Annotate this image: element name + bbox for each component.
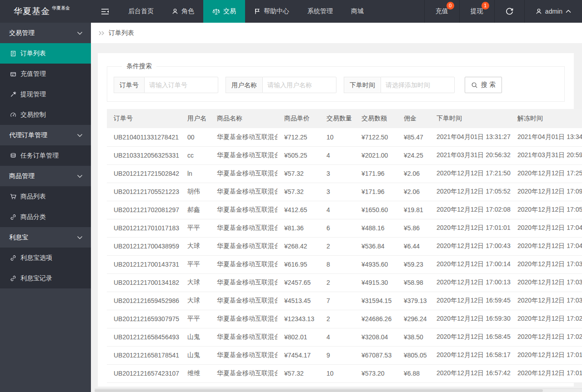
sidebar-item-interest-records[interactable]: 利息宝记录 [0, 268, 91, 288]
table-cell: 大球 [181, 273, 210, 292]
recharge-card-icon [10, 71, 16, 77]
table-cell: 华夏基金移动互联混合 [210, 310, 277, 328]
table-cell: 2 [320, 310, 355, 328]
person-icon [536, 8, 542, 15]
table-cell: ¥488.16 [355, 219, 397, 237]
table-row: UB2012121700143731平平华夏基金移动互联混合¥616.958¥4… [107, 255, 582, 273]
username-input[interactable] [262, 77, 336, 93]
table-cell: ¥5.86 [397, 219, 430, 237]
table-cell: ¥31594.15 [355, 292, 397, 310]
sidebar-group-product-management[interactable]: 商品管理 [0, 166, 91, 186]
user-menu[interactable]: admin [524, 0, 582, 23]
table-row: UB2012121658456493山鬼华夏基金移动互联混合¥802.014¥3… [107, 328, 582, 346]
table-cell: 2020年12月12日 16:58:45 [430, 328, 511, 346]
table-cell: ¥505.25 [277, 146, 320, 164]
table-cell: UB2012121701017183 [107, 219, 181, 237]
table-cell: ¥58.98 [397, 273, 430, 292]
table-cell: 华夏基金移动互联混合 [210, 183, 277, 201]
table-cell: ¥802.01 [277, 328, 320, 346]
table-cell: 4 [320, 146, 355, 164]
table-cell: 华夏基金移动互联混合 [210, 201, 277, 219]
table-cell: ¥4935.60 [355, 255, 397, 273]
sidebar-item-task-orders[interactable]: 任务订单管理 [0, 145, 91, 166]
table-cell: 2020年12月12日 16:59:30 [430, 310, 511, 328]
nav-item-dashboard[interactable]: 后台首页 [119, 0, 163, 23]
table-cell: ¥171.96 [355, 164, 397, 183]
nav-item-mall[interactable]: 商城 [342, 0, 373, 23]
sidebar-group-agent-orders[interactable]: 代理订单管理 [0, 125, 91, 145]
table-cell: ¥379.13 [397, 292, 430, 310]
table-cell: ¥4513.45 [277, 292, 320, 310]
table-cell: 3 [320, 164, 355, 183]
table-cell: 华夏基金移动互联混合 [210, 328, 277, 346]
table-cell: ¥7122.50 [355, 128, 397, 146]
column-header: 订单号 [107, 109, 181, 128]
nav-item-roles[interactable]: 角色 [163, 0, 203, 23]
nav-item-trade[interactable]: 交易 [203, 0, 245, 23]
column-header: 商品名称 [210, 109, 277, 128]
withdraw-button[interactable]: 提现 1 [459, 0, 494, 23]
table-cell: ¥2457.65 [277, 273, 320, 292]
table-cell: UB2104011331278421 [107, 128, 181, 146]
sidebar-item-product-list[interactable]: 商品列表 [0, 186, 91, 207]
table-cell: ¥2021.00 [355, 146, 397, 164]
order-time-input[interactable] [381, 77, 455, 93]
table-cell: 7 [320, 292, 355, 310]
order-no-input[interactable] [144, 77, 218, 93]
nav-item-help-center[interactable]: 帮助中心 [245, 0, 298, 23]
table-cell: UB2103312056325331 [107, 146, 181, 164]
table-row: UB2012121702081297郝鑫华夏基金移动互联混合¥412.654¥1… [107, 201, 582, 219]
table-row: UB2012121659307975平平华夏基金移动互联混合¥12343.132… [107, 310, 582, 328]
sidebar-item-trade-control[interactable]: 交易控制 [0, 104, 91, 125]
table-cell: ln [181, 164, 210, 183]
recharge-button[interactable]: 充值 0 [424, 0, 459, 23]
table-cell: 2020年12月12日 17:03:03 [511, 292, 582, 310]
refresh-icon [506, 8, 513, 15]
table-cell: ¥81.36 [277, 219, 320, 237]
sidebar-item-recharge-management[interactable]: 充值管理 [0, 64, 91, 84]
table-cell: ¥59.23 [397, 255, 430, 273]
sidebar-item-order-list[interactable]: 订单列表 [0, 43, 91, 64]
refresh-button[interactable] [494, 0, 524, 23]
search-button[interactable]: 搜 索 [465, 77, 502, 93]
table-cell: UB2012121702081297 [107, 201, 181, 219]
table-row: UB2012121657423107维维华夏基金移动互联混合¥57.3210¥5… [107, 364, 582, 382]
sidebar-group-trade-management[interactable]: 交易管理 [0, 23, 91, 43]
username-field: 用户名称 [226, 77, 336, 93]
table-header-row: 订单号 用户名 商品名称 商品单价 交易数量 交易数额 佣金 下单时间 解冻时间 [107, 109, 582, 128]
link-icon [10, 214, 16, 220]
table-cell: 2021年04月01日 13:31:27 [430, 128, 511, 146]
table-cell: ¥573.20 [355, 364, 397, 382]
table-row: UB2012121658178541山鬼华夏基金移动互联混合¥7454.179¥… [107, 346, 582, 364]
table-cell: 胡伟 [181, 183, 210, 201]
table-cell: 2021年03月31日 20:59:55 [511, 146, 582, 164]
table-row: UB2012121700134182大球华夏基金移动互联混合¥2457.652¥… [107, 273, 582, 292]
table-cell: 2020年12月12日 16:57:42 [430, 364, 511, 382]
hamburger-icon [101, 8, 109, 15]
table-cell: ¥24686.26 [355, 310, 397, 328]
table-cell: 2021年04月01日 13:34:55 [511, 128, 582, 146]
table-cell: 10 [320, 128, 355, 146]
column-header: 用户名 [181, 109, 210, 128]
column-header: 商品单价 [277, 109, 320, 128]
horizontal-scrollbar[interactable] [95, 388, 582, 392]
sidebar-item-product-category[interactable]: 商品分类 [0, 207, 91, 227]
table-cell: UB2012121658456493 [107, 328, 181, 346]
sidebar-item-withdraw-management[interactable]: 提现管理 [0, 84, 91, 104]
table-cell: 4 [320, 201, 355, 219]
table-cell: ¥616.95 [277, 255, 320, 273]
sidebar-item-interest-options[interactable]: 利息宝选项 [0, 248, 91, 268]
table-cell: 华夏基金移动互联混合 [210, 146, 277, 164]
double-chevron-right-icon [98, 30, 105, 36]
collapse-sidebar-button[interactable] [91, 0, 119, 23]
table-cell: UB2012121659307975 [107, 310, 181, 328]
user-name: admin [545, 8, 562, 15]
table-cell: 2020年12月12日 17:04:12 [511, 237, 582, 255]
column-header: 交易数额 [355, 109, 397, 128]
table-row: UB2012121659452986大球华夏基金移动互联混合¥4513.457¥… [107, 292, 582, 310]
sidebar-group-interest-treasure[interactable]: 利息宝 [0, 227, 91, 248]
horizontal-scrollbar-thumb[interactable] [95, 389, 543, 392]
table-cell: ¥2.06 [397, 183, 430, 201]
nav-item-system[interactable]: 系统管理 [298, 0, 342, 23]
table-cell: ¥6.44 [397, 237, 430, 255]
